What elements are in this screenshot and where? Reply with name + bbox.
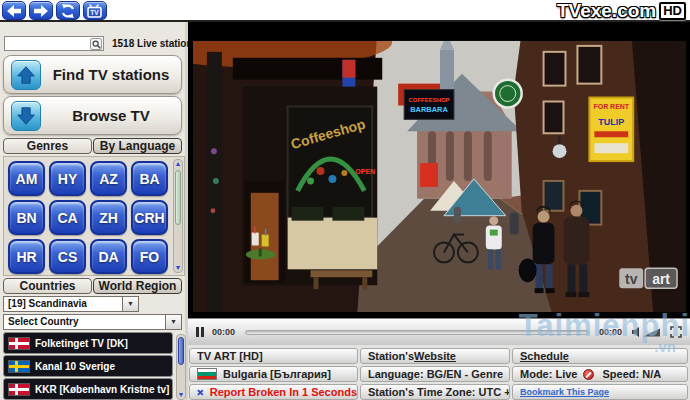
- browse-tv-label: Browse TV: [41, 107, 181, 124]
- speaker-icon: [632, 326, 662, 338]
- station-website-cell[interactable]: Station's Website: [360, 348, 510, 364]
- up-arrow-icon: [11, 60, 41, 90]
- video-player[interactable]: Coffeeshop OPEN: [188, 22, 690, 318]
- language-button-fo[interactable]: FO: [131, 239, 168, 274]
- app-logo: TVexe.com HD: [557, 0, 686, 22]
- refresh-icon: [61, 4, 75, 18]
- open-neon-sign: OPEN: [355, 168, 375, 175]
- station-row-folketinget[interactable]: Folketinget TV [DK]: [3, 332, 173, 354]
- scroll-up-icon[interactable]: ▲: [174, 160, 182, 168]
- language-button-ba[interactable]: BA: [131, 161, 168, 196]
- down-arrow-icon: [11, 101, 41, 131]
- station-info-panel: TV ART [HD] Bulgaria [България] Report B…: [188, 345, 690, 400]
- scrollbar-thumb[interactable]: [178, 337, 184, 365]
- volume-control[interactable]: [632, 326, 662, 338]
- speed-label: Speed: N/A: [602, 368, 661, 380]
- station-name-cell: TV ART [HD]: [189, 348, 358, 364]
- world-region-select[interactable]: [19] Scandinavia ▼: [3, 296, 139, 312]
- chevron-down-icon: ▼: [165, 315, 181, 329]
- station-list: Folketinget TV [DK] Kanal 10 Sverige KKR…: [3, 332, 173, 400]
- pause-button[interactable]: [196, 327, 206, 337]
- bookmark-cell[interactable]: Bookmark This Page: [512, 384, 688, 400]
- channel-logo-tv: tv: [625, 271, 638, 287]
- find-tv-stations-button[interactable]: Find TV stations: [3, 55, 182, 94]
- forward-arrow-icon: [34, 5, 48, 17]
- forward-button[interactable]: [29, 1, 53, 20]
- top-toolbar: TV TVexe.com HD: [0, 0, 690, 22]
- search-icon[interactable]: [90, 38, 102, 50]
- website-link[interactable]: Website: [414, 350, 456, 362]
- tab-world-region[interactable]: World Region: [93, 278, 182, 294]
- schedule-cell[interactable]: Schedule: [512, 348, 688, 364]
- language-scrollbar[interactable]: ▲ ▼: [173, 159, 183, 273]
- tvexe-app-window: TV TVexe.com HD 1518 Live stations Find …: [0, 0, 690, 400]
- language-button-ca[interactable]: CA: [49, 200, 86, 235]
- report-broken-label: Report Broken In 1 Seconds: [210, 386, 357, 398]
- language-button-hy[interactable]: HY: [49, 161, 86, 196]
- sidebar: 1518 Live stations Find TV stations Brow…: [0, 22, 188, 400]
- player-control-bar: 00:00 00:00: [188, 318, 690, 345]
- timezone-cell: Station's Time Zone: UTC +1.00: [360, 384, 510, 400]
- svg-text:TV: TV: [90, 9, 99, 16]
- denmark-flag-icon: [8, 383, 30, 396]
- report-broken-icon: [197, 387, 204, 398]
- language-button-bn[interactable]: BN: [8, 200, 45, 235]
- seek-bar[interactable]: [245, 330, 589, 335]
- country-select[interactable]: Select Country ▼: [3, 314, 182, 330]
- for-rent-sign: FOR RENT TULIP: [589, 98, 633, 162]
- live-blocked-icon: [583, 369, 594, 380]
- neon-sign-line1: COFFEESHOP: [409, 97, 450, 103]
- language-grid: AM HY AZ BA BN CA ZH CRH HR CS DA FO: [8, 161, 168, 274]
- mode-speed-cell: Mode: Live Speed: N/A: [512, 366, 688, 382]
- station-name: Kanal 10 Sverige: [35, 361, 115, 372]
- browse-tv-button[interactable]: Browse TV: [3, 96, 182, 135]
- station-row-kkr[interactable]: KKR [København Kristne tv]: [3, 378, 173, 400]
- tab-by-language[interactable]: By Language: [93, 138, 182, 154]
- fullscreen-icon: [670, 326, 682, 338]
- language-button-da[interactable]: DA: [90, 239, 127, 274]
- language-button-az[interactable]: AZ: [90, 161, 127, 196]
- language-button-crh[interactable]: CRH: [131, 200, 168, 235]
- refresh-button[interactable]: [56, 1, 80, 20]
- video-frame: Coffeeshop OPEN: [193, 32, 686, 312]
- green-round-sign: [494, 80, 522, 108]
- time-total: 00:00: [599, 327, 622, 337]
- coffeeshop-storefront: Coffeeshop OPEN: [243, 87, 377, 290]
- language-grid-panel: AM HY AZ BA BN CA ZH CRH HR CS DA FO ▲ ▼: [3, 156, 185, 276]
- bookmark-link[interactable]: Bookmark This Page: [520, 387, 609, 397]
- tv-button[interactable]: TV: [83, 1, 107, 20]
- language-button-zh[interactable]: ZH: [90, 200, 127, 235]
- search-input[interactable]: [4, 36, 104, 51]
- station-list-scrollbar[interactable]: ▼: [176, 334, 186, 400]
- sweden-flag-icon: [8, 360, 30, 373]
- language-button-hr[interactable]: HR: [8, 239, 45, 274]
- language-button-cs[interactable]: CS: [49, 239, 86, 274]
- report-broken-cell[interactable]: Report Broken In 1 Seconds: [189, 384, 358, 400]
- logo-hd-badge: HD: [659, 2, 686, 20]
- station-name: KKR [København Kristne tv]: [35, 384, 169, 395]
- schedule-link[interactable]: Schedule: [520, 350, 569, 362]
- channel-logo-art: art: [652, 271, 670, 287]
- denmark-flag-icon: [8, 337, 30, 350]
- scroll-down-icon[interactable]: ▼: [177, 391, 185, 399]
- find-tv-stations-label: Find TV stations: [41, 66, 181, 83]
- scroll-down-icon[interactable]: ▼: [174, 264, 182, 272]
- search-row: 1518 Live stations: [4, 36, 184, 52]
- station-name-label: TV ART [HD]: [197, 350, 263, 362]
- back-arrow-icon: [7, 5, 21, 17]
- letterbox: [193, 32, 686, 41]
- fullscreen-button[interactable]: [670, 326, 682, 338]
- tab-countries[interactable]: Countries: [3, 278, 92, 294]
- rent-sign-line2: TULIP: [598, 117, 624, 127]
- timezone-label: Station's Time Zone: UTC +1.00: [368, 386, 510, 398]
- station-name: Folketinget TV [DK]: [35, 338, 128, 349]
- back-button[interactable]: [2, 1, 26, 20]
- language-button-am[interactable]: AM: [8, 161, 45, 196]
- logo-text: TVexe.com: [557, 0, 656, 22]
- station-row-kanal10[interactable]: Kanal 10 Sverige: [3, 355, 173, 377]
- world-region-value: [19] Scandinavia: [8, 298, 87, 309]
- scrollbar-thumb[interactable]: [175, 170, 181, 225]
- tab-genres[interactable]: Genres: [3, 138, 92, 154]
- bulgaria-flag-icon: [197, 368, 217, 380]
- country-select-value: Select Country: [8, 316, 79, 327]
